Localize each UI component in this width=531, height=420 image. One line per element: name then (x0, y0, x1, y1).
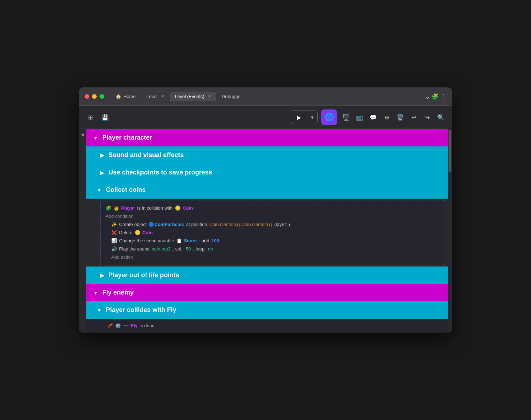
event-player-fly[interactable]: ▼ Player collides with Fly (86, 301, 448, 319)
add-scene-button[interactable]: 🖥️ (340, 112, 352, 123)
add-button[interactable]: ⊕ (381, 112, 392, 123)
toolbar-left: ⊞ 💾 (85, 112, 111, 123)
tab-more: ⌄ 🧩 ⋮ (425, 93, 446, 101)
tab-debugger[interactable]: Debugger (217, 92, 247, 101)
player-character-label: Player character (102, 134, 152, 141)
event-group-player-character[interactable]: ▼ Player character (86, 129, 448, 146)
menu-icon[interactable]: ⋮ (440, 93, 446, 101)
add-external-button[interactable]: 📺 (354, 112, 365, 123)
fly-condition-row: 🧨 ⚙️ 〰️ Fly is dead (107, 322, 443, 330)
score-text: Change the scene variable (119, 238, 174, 243)
delete-button[interactable]: 🗑️ (395, 112, 406, 123)
tab-home[interactable]: 🏠 Home (111, 92, 141, 101)
event-checkpoints[interactable]: ▶ Use checkpoints to save progress (86, 164, 448, 181)
toolbar: ⊞ 💾 ▶ ▾ 🌐 🖥️ 📺 💬 ⊕ 🗑️ ↩ ↪ 🔍 (79, 106, 452, 129)
play-dropdown-button[interactable]: ▾ (307, 111, 317, 124)
at-position-text: at position (186, 222, 207, 227)
globe-button[interactable]: 🌐 (321, 109, 337, 125)
redo-button[interactable]: ↪ (422, 112, 433, 123)
fly-dead-text: is dead (140, 323, 155, 328)
collect-coins-block: 🧩 🧑 Player is in collision with 🪙 Coin A… (100, 200, 445, 265)
expand-arrow-sound: ▶ (100, 152, 104, 158)
tab-level-events[interactable]: Level (Events) ✕ (170, 92, 216, 101)
comment-button[interactable]: 💬 (368, 112, 379, 123)
titlebar: 🏠 Home Level ✕ Level (Events) ✕ Debugger… (79, 87, 452, 106)
action-score: 📊 Change the scene variable 📋 Score : ad… (106, 237, 440, 245)
fly-tile-icon: 🧨 (107, 323, 113, 328)
event-collect-coins[interactable]: ▼ Collect coins (86, 181, 448, 199)
collision-text: is in collision with (137, 205, 173, 211)
maximize-button[interactable] (100, 94, 104, 99)
delete-icon: ❌ (111, 230, 117, 235)
player-fly-label: Player collides with Fly (106, 306, 176, 314)
add-text: : add (199, 238, 209, 243)
add-condition-button[interactable]: Add condition (106, 212, 440, 220)
score-icon2: 📋 (176, 238, 182, 243)
add-action-button[interactable]: Add action (106, 253, 440, 261)
coin-particles-keyword: 🔵CoinParticles (149, 222, 184, 227)
tab-level-close[interactable]: ✕ (161, 94, 164, 99)
extensions-icon[interactable]: 🧩 (431, 93, 439, 100)
player-life-label: Player out of life points (108, 271, 179, 279)
save-button[interactable]: 💾 (100, 112, 111, 123)
fly-wave-icon: 〰️ (123, 323, 129, 328)
collect-coins-label: Collect coins (106, 186, 146, 194)
main-panel: ◀ ▼ Player character ▶ Sound and visual … (79, 129, 452, 333)
tab-level-label: Level (146, 94, 157, 99)
play-group: ▶ ▾ (291, 111, 318, 124)
sound-icon: 🔊 (111, 246, 117, 252)
events-panel: ▼ Player character ▶ Sound and visual ef… (86, 129, 448, 333)
search-button[interactable]: 🔍 (435, 112, 446, 123)
coin-keyword: Coin (183, 205, 193, 211)
tab-bar: 🏠 Home Level ✕ Level (Events) ✕ Debugger… (111, 92, 446, 101)
tab-level-events-label: Level (Events) (175, 94, 204, 99)
event-sound-visual[interactable]: ▶ Sound and visual effects (86, 146, 448, 164)
scrollbar-track[interactable] (448, 129, 452, 333)
loop-text: , loop: (193, 246, 205, 252)
action-delete-coin: ❌ Delete 🪙 Coin (106, 228, 440, 237)
coin-icon2: 🪙 (135, 230, 140, 235)
traffic-lights (85, 94, 104, 99)
checkpoints-label: Use checkpoints to save progress (108, 169, 212, 176)
app-window: 🏠 Home Level ✕ Level (Events) ✕ Debugger… (79, 87, 452, 333)
collapse-all-arrow[interactable]: ◀ (81, 132, 84, 137)
play-sound-text: Play the sound (119, 246, 150, 252)
tab-level-events-close[interactable]: ✕ (208, 94, 211, 99)
score-keyword: Score (184, 238, 197, 243)
score-number: 100 (211, 238, 219, 243)
create-text: Create object (119, 222, 146, 227)
fly-gear-icon: ⚙️ (115, 323, 121, 328)
condition-tile-icon: 🧩 (106, 205, 111, 211)
player-char-icon: 🧑 (113, 205, 119, 211)
sound-file: coin.mp3 (152, 246, 171, 252)
fly-condition-area: 🧨 ⚙️ 〰️ Fly is dead (86, 319, 448, 333)
toolbar-right: 🖥️ 📺 💬 ⊕ 🗑️ ↩ ↪ 🔍 (340, 112, 446, 123)
tab-level[interactable]: Level ✕ (141, 92, 169, 101)
scrollbar-thumb[interactable] (449, 130, 451, 172)
coin-icon: 🪙 (175, 205, 181, 211)
panels-button[interactable]: ⊞ (85, 112, 96, 123)
coin-keyword2: Coin (143, 230, 153, 235)
vol-text: , vol.: (173, 246, 184, 252)
vol-value: 50 (186, 246, 191, 252)
fly-keyword: Fly (131, 323, 138, 328)
close-button[interactable] (85, 94, 89, 99)
coin-pos-keyword: Coin.CenterX();Coin.CenterY() (209, 222, 272, 227)
expand-arrow-checkpoints: ▶ (100, 170, 104, 176)
expand-arrow-player-fly: ▼ (97, 307, 102, 313)
event-group-fly-enemy[interactable]: ▼ Fly enemy (86, 284, 448, 301)
delete-text: Delete (119, 230, 133, 235)
layer-text: (layer: ) (274, 222, 290, 227)
minimize-button[interactable] (92, 94, 97, 99)
fly-enemy-label: Fly enemy (102, 289, 134, 296)
particles-icon: ✨ (111, 222, 117, 227)
condition-row-collision: 🧩 🧑 Player is in collision with 🪙 Coin (106, 204, 440, 212)
event-player-life[interactable]: ▶ Player out of life points (86, 266, 448, 284)
chevron-down-icon[interactable]: ⌄ (425, 93, 430, 101)
loop-value: no (208, 246, 213, 252)
score-icon: 📊 (111, 238, 117, 243)
undo-button[interactable]: ↩ (408, 112, 419, 123)
action-create-particles: ✨ Create object 🔵CoinParticles at positi… (106, 220, 440, 228)
play-button[interactable]: ▶ (291, 111, 307, 124)
player-keyword: Player (121, 205, 135, 211)
